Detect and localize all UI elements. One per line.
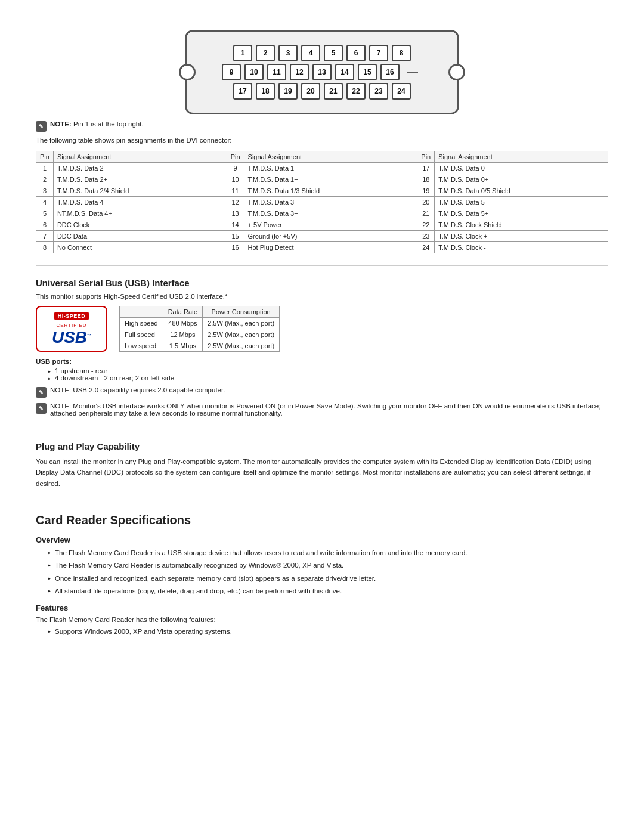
usb-intro: This monitor supports High-Speed Certifi… [36, 293, 608, 300]
table-cell: T.M.D.S. Clock - [435, 242, 608, 253]
table-cell: 18 [417, 174, 435, 185]
dvi-pin-8: 8 [392, 45, 411, 61]
table-cell: DDC Data [53, 231, 227, 242]
table-cell: 23 [417, 231, 435, 242]
pnp-section: Plug and Play Capability You can install… [36, 441, 608, 489]
dvi-pin-13: 13 [312, 64, 332, 80]
table-cell: 21 [417, 208, 435, 219]
dvi-pin-20: 20 [301, 83, 320, 100]
dvi-diagram: 1 2 3 4 5 6 7 8 9 10 11 12 13 14 15 16 —… [36, 30, 608, 114]
list-item: All standard file operations (copy, dele… [48, 586, 608, 596]
features-intro: The Flash Memory Card Reader has the fol… [36, 616, 608, 623]
usb-speed-table: Data Rate Power Consumption High speed48… [119, 306, 280, 352]
dvi-pin-16: 16 [380, 64, 400, 80]
table-cell: 1.5 Mbps [163, 340, 203, 352]
table-row: 5NT.M.D.S. Data 4+13T.M.D.S. Data 3+21T.… [36, 208, 608, 219]
table-cell: 5 [36, 208, 54, 219]
th-pin-1: Pin [36, 151, 54, 163]
usb-th-empty [120, 306, 163, 318]
features-list: Supports Windows 2000, XP and Vista oper… [48, 627, 608, 637]
usb-logo-box: HI-SPEED CERTIFIED USB™ [36, 306, 107, 352]
list-item: 1 upstream - rear [48, 367, 608, 374]
usb-text-logo: USB™ [52, 329, 91, 346]
usb-ports-list: 1 upstream - rear4 downstream - 2 on rea… [48, 367, 608, 382]
card-reader-section: Card Reader Specifications Overview The … [36, 513, 608, 637]
table-cell: 19 [417, 185, 435, 197]
table-cell: NT.M.D.S. Data 4+ [53, 208, 227, 219]
dvi-pin-6: 6 [346, 45, 366, 61]
card-reader-title: Card Reader Specifications [36, 513, 608, 527]
dvi-note-text: NOTE: Pin 1 is at the top right. [50, 120, 144, 128]
dvi-connector: 1 2 3 4 5 6 7 8 9 10 11 12 13 14 15 16 —… [185, 30, 459, 114]
dvi-pin-4: 4 [301, 45, 320, 61]
dvi-pin-10: 10 [244, 64, 264, 80]
table-cell: + 5V Power [244, 219, 417, 231]
dvi-pin-3: 3 [278, 45, 298, 61]
dvi-note: ✎ NOTE: Pin 1 is at the top right. [36, 120, 608, 132]
dvi-pin-22: 22 [346, 83, 366, 100]
table-cell: 2.5W (Max., each port) [203, 329, 280, 340]
usb-section: Universal Serial Bus (USB) Interface Thi… [36, 278, 608, 417]
table-cell: T.M.D.S. Data 0+ [435, 174, 608, 185]
table-row: 7DDC Data15Ground (for +5V)23T.M.D.S. Cl… [36, 231, 608, 242]
features-title: Features [36, 603, 608, 612]
table-cell: 2.5W (Max., each port) [203, 340, 280, 352]
table-cell: 17 [417, 163, 435, 174]
th-pin-2: Pin [227, 151, 244, 163]
pnp-text: You can install the monitor in any Plug … [36, 456, 608, 489]
usb-table-body: High speed480 Mbps2.5W (Max., each port)… [120, 318, 280, 352]
dvi-pin-19: 19 [278, 83, 298, 100]
table-cell: T.M.D.S. Data 1+ [244, 174, 417, 185]
pnp-title: Plug and Play Capability [36, 441, 608, 451]
table-cell: 11 [227, 185, 244, 197]
dvi-pin-18: 18 [256, 83, 275, 100]
dvi-pin-24: 24 [392, 83, 411, 100]
table-cell: 10 [227, 174, 244, 185]
th-signal-1: Signal Assignment [53, 151, 227, 163]
usb-th-power: Power Consumption [203, 306, 280, 318]
dvi-row-3: 17 18 19 20 21 22 23 24 [205, 83, 439, 100]
usb-note-1-icon: ✎ [36, 387, 47, 398]
dvi-pin-5: 5 [324, 45, 343, 61]
pin-table-intro: The following table shows pin assignment… [36, 137, 608, 144]
table-cell: 16 [227, 242, 244, 253]
table-cell: T.M.D.S. Data 1/3 Shield [244, 185, 417, 197]
table-cell: T.M.D.S. Data 0- [435, 163, 608, 174]
dvi-pin-14: 14 [335, 64, 354, 80]
table-cell: T.M.D.S. Data 3- [244, 197, 417, 208]
note-icon: ✎ [36, 121, 47, 132]
dvi-pin-9: 9 [222, 64, 241, 80]
usb-note-2-text: NOTE: Monitor's USB interface works ONLY… [50, 402, 608, 417]
table-cell: T.M.D.S. Data 2+ [53, 174, 227, 185]
table-cell: 7 [36, 231, 54, 242]
table-cell: Hot Plug Detect [244, 242, 417, 253]
list-item: The Flash Memory Card Reader is automati… [48, 561, 608, 571]
table-cell: Full speed [120, 329, 163, 340]
dvi-pin-7: 7 [369, 45, 388, 61]
table-row: Low speed1.5 Mbps2.5W (Max., each port) [120, 340, 280, 352]
table-cell: T.M.D.S. Data 4- [53, 197, 227, 208]
table-row: High speed480 Mbps2.5W (Max., each port) [120, 318, 280, 329]
table-cell: 12 Mbps [163, 329, 203, 340]
table-cell: 14 [227, 219, 244, 231]
usb-section-title: Universal Serial Bus (USB) Interface [36, 278, 608, 288]
table-cell: 2.5W (Max., each port) [203, 318, 280, 329]
table-row: 6DDC Clock14+ 5V Power22T.M.D.S. Clock S… [36, 219, 608, 231]
table-cell: T.M.D.S. Clock Shield [435, 219, 608, 231]
usb-ports-label: USB ports: [36, 358, 608, 365]
pin-table-body: 1T.M.D.S. Data 2-9T.M.D.S. Data 1-17T.M.… [36, 163, 608, 253]
table-row: Full speed12 Mbps2.5W (Max., each port) [120, 329, 280, 340]
usb-hi-speed-badge: HI-SPEED [54, 312, 89, 320]
th-signal-2: Signal Assignment [244, 151, 417, 163]
list-item: Supports Windows 2000, XP and Vista oper… [48, 627, 608, 637]
table-row: 2T.M.D.S. Data 2+10T.M.D.S. Data 1+18T.M… [36, 174, 608, 185]
table-cell: No Connect [53, 242, 227, 253]
table-cell: T.M.D.S. Data 5- [435, 197, 608, 208]
table-cell: 13 [227, 208, 244, 219]
table-cell: T.M.D.S. Data 3+ [244, 208, 417, 219]
table-cell: 22 [417, 219, 435, 231]
th-pin-3: Pin [417, 151, 435, 163]
table-cell: 3 [36, 185, 54, 197]
table-row: 8No Connect16Hot Plug Detect24T.M.D.S. C… [36, 242, 608, 253]
dvi-pin-12: 12 [290, 64, 309, 80]
